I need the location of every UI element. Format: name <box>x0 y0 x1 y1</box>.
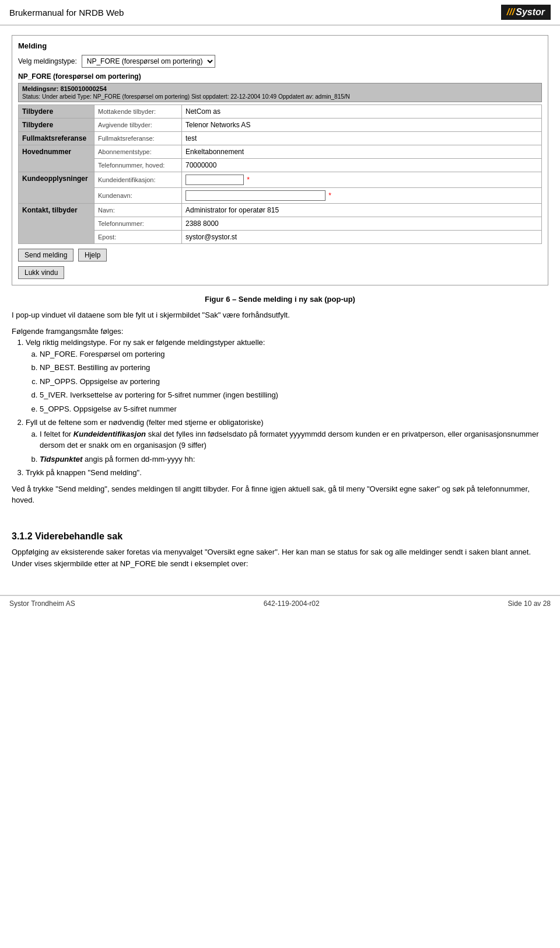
row-header: Fullmaktsreferanse <box>19 132 94 145</box>
row-sublabel: Kundenavn: <box>94 188 182 204</box>
row-header: Kontakt, tilbyder <box>19 204 94 244</box>
message-type-row: Velg meldingstype: NP_FORE (forespørsel … <box>18 55 542 68</box>
info-bar: Meldingsnr: 8150010000254 Status: Under … <box>18 83 542 102</box>
table-row: Kontakt, tilbyder Navn: Administrator fo… <box>19 204 542 217</box>
row-value: systor@systor.st <box>182 231 542 244</box>
table-row: Telefonnummer, hoved: 70000000 <box>19 159 542 172</box>
row-value: NetCom as <box>182 105 542 118</box>
close-window-button[interactable]: Lukk vindu <box>18 266 64 279</box>
logo-text: Systor <box>516 7 545 18</box>
substep-list: I feltet for Kundeidentifikasjon skal de… <box>40 428 548 465</box>
body-paragraph-2: Følgende framgangsmåte følges: Velg rikt… <box>12 326 548 479</box>
substep-item: Tidspunktet angis på formen dd-mm-yyyy h… <box>40 454 548 465</box>
logo: /// Systor <box>501 5 551 20</box>
row-header: Tilbydere <box>19 118 94 132</box>
step-2: Fyll ut de feltene som er nødvendig (fel… <box>26 417 548 465</box>
steps-list: Velg riktig meldingstype. For ny sak er … <box>26 337 548 479</box>
footer-company: Systor Trondheim AS <box>9 600 75 608</box>
message-type-select[interactable]: NP_FORE (forespørsel om portering) <box>82 55 215 68</box>
kundenavn-input[interactable] <box>186 190 326 201</box>
row-sublabel: Telefonnummer, hoved: <box>94 159 182 172</box>
row-value: 2388 8000 <box>182 217 542 231</box>
row-header: Hovednummer <box>19 145 94 172</box>
row-value: Enkeltabonnement <box>182 145 542 159</box>
page-header: Brukermanual for NRDB Web /// Systor <box>0 0 560 26</box>
table-row: Kundeopplysninger Kundeidentifikasjon: * <box>19 172 542 188</box>
form-table: Tilbydere Mottakende tilbyder: NetCom as… <box>18 104 542 244</box>
logo-icon: /// <box>507 7 514 18</box>
message-status: Status: Under arbeid Type: NP_FORE (fore… <box>22 93 538 100</box>
type-item: NP_FORE. Forespørsel om portering <box>40 348 548 360</box>
form-button-row: Send melding Hjelp <box>18 249 542 262</box>
form-title: Melding <box>18 41 542 50</box>
kunde-id-input[interactable] <box>186 175 244 185</box>
section-body: Oppfølging av eksisterende saker foretas… <box>12 546 548 569</box>
row-value: 70000000 <box>182 159 542 172</box>
type-item: NP_OPPS. Oppsigelse av portering <box>40 376 548 388</box>
form-popup: Melding Velg meldingstype: NP_FORE (fore… <box>12 35 548 285</box>
body-paragraph-1: I pop-up vinduet vil dataene som ble fyl… <box>12 309 548 321</box>
select-label: Velg meldingstype: <box>18 57 77 65</box>
main-content: Melding Velg meldingstype: NP_FORE (fore… <box>0 26 560 583</box>
form-section-title: NP_FORE (forespørsel om portering) <box>18 72 542 81</box>
footer-doc-id: 642-119-2004-r02 <box>264 600 320 608</box>
table-row: Epost: systor@systor.st <box>19 231 542 244</box>
row-sublabel: Avgivende tilbyder: <box>94 118 182 132</box>
table-row: Tilbydere Mottakende tilbyder: NetCom as <box>19 105 542 118</box>
table-row: Hovednummer Abonnementstype: Enkeltabonn… <box>19 145 542 159</box>
row-sublabel: Mottakende tilbyder: <box>94 105 182 118</box>
contact-name-value: Administrator for operatør 815 <box>182 204 542 217</box>
footer-page: Side 10 av 28 <box>508 600 551 608</box>
table-row: Telefonnummer: 2388 8000 <box>19 217 542 231</box>
row-value: test <box>182 132 542 145</box>
required-star: * <box>247 176 250 184</box>
table-row: Fullmaktsreferanse Fullmaktsreferanse: t… <box>19 132 542 145</box>
row-sublabel: Abonnementstype: <box>94 145 182 159</box>
help-button[interactable]: Hjelp <box>78 249 107 262</box>
close-button-row: Lukk vindu <box>18 266 542 279</box>
row-sublabel: Epost: <box>94 231 182 244</box>
row-value: Telenor Networks AS <box>182 118 542 132</box>
step-3: Trykk på knappen "Send melding". <box>26 467 548 479</box>
table-row: Kundenavn: * <box>19 188 542 204</box>
row-header: Kundeopplysninger <box>19 172 94 204</box>
spacer <box>12 511 548 522</box>
type-item: 5_OPPS. Oppsigelse av 5-sifret nummer <box>40 403 548 415</box>
row-sublabel: Navn: <box>94 204 182 217</box>
row-value: * <box>182 172 542 188</box>
send-melding-button[interactable]: Send melding <box>18 249 74 262</box>
message-id: Meldingsnr: 8150010000254 <box>22 85 538 92</box>
row-value: * <box>182 188 542 204</box>
type-item: NP_BEST. Bestilling av portering <box>40 362 548 374</box>
page-footer: Systor Trondheim AS 642-119-2004-r02 Sid… <box>0 595 560 611</box>
step-1: Velg riktig meldingstype. For ny sak er … <box>26 337 548 414</box>
row-sublabel: Telefonnummer: <box>94 217 182 231</box>
page-title: Brukermanual for NRDB Web <box>9 8 124 18</box>
type-item: 5_IVER. Iverksettelse av portering for 5… <box>40 389 548 401</box>
substep-item: I feltet for Kundeidentifikasjon skal de… <box>40 428 548 451</box>
row-sublabel: Kundeidentifikasjon: <box>94 172 182 188</box>
section-heading: 3.1.2 Viderebehandle sak <box>12 531 548 542</box>
closing-paragraph: Ved å trykke "Send melding", sendes meld… <box>12 483 548 506</box>
type-list: NP_FORE. Forespørsel om portering NP_BES… <box>40 348 548 415</box>
row-sublabel: Fullmaktsreferanse: <box>94 132 182 145</box>
figure-caption: Figur 6 – Sende melding i ny sak (pop-up… <box>12 295 548 304</box>
table-row: Tilbydere Avgivende tilbyder: Telenor Ne… <box>19 118 542 132</box>
row-header: Tilbydere <box>19 105 94 118</box>
required-star: * <box>328 191 331 200</box>
